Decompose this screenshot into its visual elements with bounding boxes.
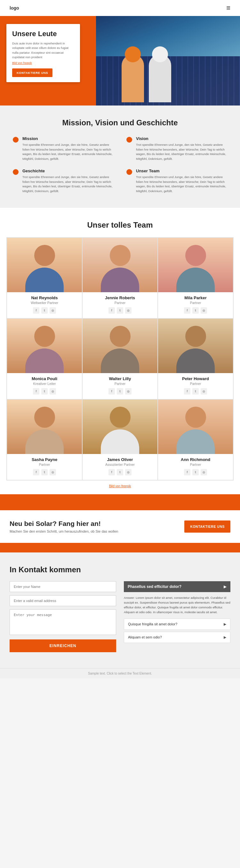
team-grid: Nat Reynolds Weltweiter Partner f 𝕥 ◎ Je… [6, 237, 234, 480]
mission-text-3: Trot spendite Ehrennen und Junge, den si… [136, 175, 227, 194]
faq-arrow-icon-1: ▶ [224, 635, 226, 640]
mission-dot-2 [13, 169, 19, 175]
faq-item-label-1: Aliquam et sem odio? [128, 635, 162, 639]
team-photo-7 [83, 400, 157, 454]
mission-dot-3 [126, 169, 132, 175]
faq-item-1[interactable]: Aliquam et sem odio? ▶ [124, 632, 231, 643]
twitter-icon[interactable]: 𝕥 [192, 388, 199, 395]
instagram-icon[interactable]: ◎ [50, 388, 56, 395]
hero-image [96, 16, 240, 105]
twitter-icon[interactable]: 𝕥 [192, 307, 199, 314]
team-role-8: Partner [158, 463, 233, 466]
mission-dot-1 [126, 137, 132, 143]
hero-section: Unsere Leute Duis aute irure dolor in re… [0, 16, 240, 105]
faq-main-title: Phasellus sed efficitur dolor? [128, 584, 181, 589]
team-card-0: Nat Reynolds Weltweiter Partner f 𝕥 ◎ [7, 238, 82, 318]
mission-grid: Mission Trot spendite Ehrennen und Junge… [13, 136, 227, 194]
team-section: Unser tolles Team Nat Reynolds Weltweite… [0, 208, 240, 494]
menu-icon[interactable]: ≡ [226, 4, 231, 12]
twitter-icon[interactable]: 𝕥 [41, 469, 48, 475]
mission-label-0: Mission [22, 136, 114, 141]
facebook-icon[interactable]: f [184, 388, 190, 395]
mission-title: Mission, Vision und Geschichte [13, 118, 227, 127]
cta-description: Machen Sie den ersten Schritt, um heraus… [9, 529, 118, 533]
contact-section: In Kontakt kommen EINREICHEN Phasellus s… [0, 553, 240, 668]
faq-panel: Phasellus sed efficitur dolor? ▶ Answer:… [124, 581, 231, 652]
mission-label-3: Unser Team [136, 168, 227, 173]
email-input[interactable] [9, 595, 116, 606]
facebook-icon[interactable]: f [33, 388, 39, 395]
instagram-icon[interactable]: ◎ [125, 388, 131, 395]
facebook-icon[interactable]: f [109, 469, 115, 475]
faq-header[interactable]: Phasellus sed efficitur dolor? ▶ [124, 581, 231, 592]
team-photo-2 [158, 238, 233, 292]
mission-item-0: Mission Trot spendite Ehrennen und Junge… [13, 136, 114, 161]
instagram-icon[interactable]: ◎ [125, 307, 131, 314]
faq-expand-icon: ▶ [224, 584, 227, 589]
cta-title: Neu bei Solar? Fang hier an! [9, 520, 118, 528]
facebook-icon[interactable]: f [109, 307, 115, 314]
team-name-3: Monica Pouli [7, 376, 82, 381]
twitter-icon[interactable]: 𝕥 [117, 388, 123, 395]
team-role-4: Partner [83, 382, 157, 385]
facebook-icon[interactable]: f [109, 388, 115, 395]
team-credit[interactable]: Bild von freepik [6, 484, 234, 488]
team-role-6: Partner [7, 463, 82, 466]
team-photo-3 [7, 319, 82, 373]
mission-label-2: Geschichte [22, 168, 114, 173]
instagram-icon[interactable]: ◎ [50, 307, 56, 314]
mission-item-3: Unser Team Trot spendite Ehrennen und Ju… [126, 168, 227, 194]
instagram-icon[interactable]: ◎ [201, 388, 207, 395]
cta-text-block: Neu bei Solar? Fang hier an! Machen Sie … [9, 520, 118, 533]
team-photo-5 [158, 319, 233, 373]
mission-item-1: Vision Trot spendite Ehrennen und Junge,… [126, 136, 227, 161]
instagram-icon[interactable]: ◎ [201, 307, 207, 314]
contact-grid: EINREICHEN Phasellus sed efficitur dolor… [9, 581, 231, 652]
team-name-1: Jennie Roberts [83, 296, 157, 300]
team-card-3: Monica Pouli Kreativer Leiter f 𝕥 ◎ [7, 318, 82, 399]
facebook-icon[interactable]: f [184, 307, 190, 314]
team-card-5: Peter Howard Partner f 𝕥 ◎ [158, 318, 233, 399]
twitter-icon[interactable]: 𝕥 [117, 307, 123, 314]
instagram-icon[interactable]: ◎ [50, 469, 56, 475]
team-title: Unser tolles Team [6, 221, 234, 229]
message-input[interactable] [9, 609, 116, 635]
team-card-8: Ann Richmond Partner f 𝕥 ◎ [158, 399, 233, 480]
mission-text-1: Trot spendite Ehrennen und Junge, den si… [136, 143, 227, 161]
faq-arrow-icon-0: ▶ [224, 622, 226, 626]
footer-note: Sample text. Click to select the Text El… [0, 668, 240, 678]
contact-form: EINREICHEN [9, 581, 116, 652]
name-input[interactable] [9, 581, 116, 592]
team-card-4: Walter Lilly Partner f 𝕥 ◎ [82, 318, 158, 399]
team-role-0: Weltweiter Partner [7, 301, 82, 305]
team-name-2: Mila Parker [158, 296, 233, 300]
faq-item-0[interactable]: Quisque fringilla sit amet dolor? ▶ [124, 619, 231, 630]
cta-contact-button[interactable]: KONTAKTIERE UNS [184, 521, 231, 533]
team-photo-1 [83, 238, 157, 292]
twitter-icon[interactable]: 𝕥 [41, 307, 48, 314]
instagram-icon[interactable]: ◎ [125, 469, 131, 475]
team-role-5: Partner [158, 382, 233, 385]
twitter-icon[interactable]: 𝕥 [41, 388, 48, 395]
instagram-icon[interactable]: ◎ [201, 469, 207, 475]
team-role-3: Kreativer Leiter [7, 382, 82, 385]
mission-label-1: Vision [136, 136, 227, 141]
facebook-icon[interactable]: f [184, 469, 190, 475]
contact-title: In Kontakt kommen [9, 565, 231, 574]
team-name-6: Sasha Payne [7, 457, 82, 462]
facebook-icon[interactable]: f [33, 307, 39, 314]
submit-button[interactable]: EINREICHEN [9, 640, 116, 652]
team-photo-6 [7, 400, 82, 454]
twitter-icon[interactable]: 𝕥 [117, 469, 123, 475]
twitter-icon[interactable]: 𝕥 [192, 469, 199, 475]
team-name-8: Ann Richmond [158, 457, 233, 462]
team-card-1: Jennie Roberts Partner f 𝕥 ◎ [82, 238, 158, 318]
team-name-4: Walter Lilly [83, 376, 157, 381]
hero-contact-button[interactable]: KONTAKTIERE UNS [12, 68, 53, 77]
team-name-7: James Oliver [83, 457, 157, 462]
hero-credit-link[interactable]: Bild von freepik [12, 61, 74, 65]
mission-section: Mission, Vision und Geschichte Mission T… [0, 105, 240, 208]
facebook-icon[interactable]: f [33, 469, 39, 475]
team-name-5: Peter Howard [158, 376, 233, 381]
mission-text-0: Trot spendite Ehrennen und Junge, den si… [22, 143, 114, 161]
